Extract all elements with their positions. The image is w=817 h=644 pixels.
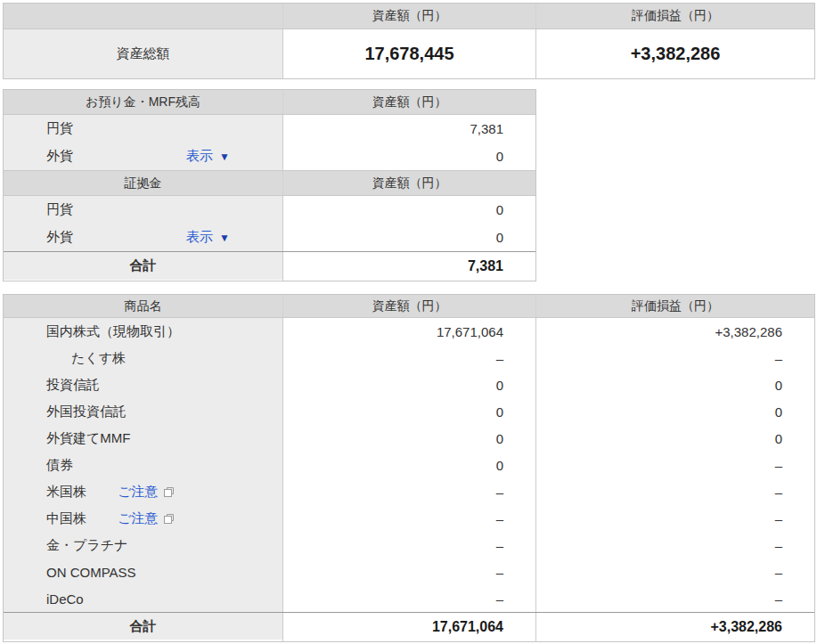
pl-value-cell: –	[535, 452, 814, 478]
product-name-cell: iDeCo	[4, 585, 282, 612]
assets-value-cell: 0	[282, 452, 535, 478]
product-name-cell: たくす株	[4, 345, 282, 371]
total-pl-value: +3,382,286	[535, 29, 814, 78]
assets-value-cell: 17,671,064	[282, 318, 535, 345]
assets-value-cell: –	[282, 532, 535, 558]
product-name-cell: 中国株 ご注意	[4, 505, 282, 532]
show-link-label: 表示	[186, 148, 213, 165]
pl-column-header: 評価損益（円）	[535, 295, 814, 317]
row-label: 米国株	[46, 484, 86, 501]
chevron-down-icon: ▼	[219, 151, 230, 163]
pl-value-cell: –	[535, 558, 814, 585]
products-total-assets: 17,671,064	[282, 613, 535, 641]
table-row: 金・プラチナ – –	[4, 532, 814, 558]
table-row: 債券 0 –	[4, 452, 814, 478]
assets-column-header: 資産額（円）	[282, 90, 535, 114]
assets-value-cell: –	[282, 478, 535, 505]
cash-total-value: 7,381	[282, 252, 535, 281]
show-foreign-deposit-link[interactable]: 表示 ▼	[186, 148, 230, 165]
pl-value-cell: –	[535, 478, 814, 505]
pl-column-header: 評価損益（円）	[535, 4, 814, 29]
deposit-foreign-value: 0	[282, 143, 535, 170]
table-row: 円貨 0	[4, 196, 535, 224]
pl-value-cell: –	[535, 345, 814, 371]
total-assets-row: 資産総額 17,678,445 +3,382,286	[4, 29, 814, 78]
cash-balance-table: お預り金・MRF残高 資産額（円） 円貨 7,381 外貨 表示 ▼ 0 証拠金…	[3, 89, 536, 281]
assets-value-cell: 0	[282, 398, 535, 425]
table-row: 外貨 表示 ▼ 0	[4, 143, 535, 170]
row-label: 外貨	[46, 148, 73, 165]
row-label: 外貨	[46, 229, 73, 246]
china-stock-notice-link[interactable]: ご注意	[118, 510, 175, 527]
assets-column-header: 資産額（円）	[282, 4, 535, 29]
table-row: 外貨建てMMF 0 0	[4, 425, 814, 452]
assets-value-cell: –	[282, 505, 535, 532]
assets-value-cell: –	[282, 558, 535, 585]
new-window-icon	[163, 513, 175, 525]
new-window-icon	[163, 486, 175, 498]
assets-column-header: 資産額（円）	[282, 171, 535, 195]
assets-column-header: 資産額（円）	[282, 295, 535, 317]
notice-link-label: ご注意	[118, 484, 158, 501]
product-name-cell: 国内株式（現物取引）	[4, 318, 282, 345]
product-name-column-header: 商品名	[4, 295, 282, 317]
product-name-cell: 投資信託	[4, 371, 282, 398]
chevron-down-icon: ▼	[219, 232, 230, 244]
table-row: たくす株 – –	[4, 345, 814, 371]
table-row: iDeCo – –	[4, 585, 814, 612]
show-foreign-margin-link[interactable]: 表示 ▼	[186, 229, 230, 246]
deposit-header-row: お預り金・MRF残高 資産額（円）	[4, 90, 535, 115]
cash-total-label: 合計	[4, 252, 282, 280]
margin-header-row: 証拠金 資産額（円）	[4, 170, 535, 196]
products-header-row: 商品名 資産額（円） 評価損益（円）	[4, 295, 814, 318]
assets-value-cell: 0	[282, 371, 535, 398]
assets-value-cell: –	[282, 585, 535, 612]
notice-link-label: ご注意	[118, 510, 158, 527]
margin-jpy-value: 0	[282, 196, 535, 224]
assets-value-cell: 0	[282, 425, 535, 452]
table-row: 米国株 ご注意 – –	[4, 478, 814, 505]
deposit-section-header: お預り金・MRF残高	[4, 90, 282, 114]
table-row: 投資信託 0 0	[4, 371, 814, 398]
deposit-jpy-value: 7,381	[282, 115, 535, 143]
product-name-cell: 米国株 ご注意	[4, 478, 282, 505]
table-row: 外貨 表示 ▼ 0	[4, 224, 535, 251]
pl-value-cell: 0	[535, 371, 814, 398]
pl-value-cell: 0	[535, 398, 814, 425]
margin-foreign-value: 0	[282, 224, 535, 251]
product-name-cell: 外国投資信託	[4, 398, 282, 425]
table-row: 円貨 7,381	[4, 115, 535, 143]
table-row: 国内株式（現物取引） 17,671,064 +3,382,286	[4, 318, 814, 345]
table-row: 中国株 ご注意 – –	[4, 505, 814, 532]
products-total-label: 合計	[4, 613, 282, 640]
pl-value-cell: 0	[535, 425, 814, 452]
products-total-pl: +3,382,286	[535, 613, 814, 641]
total-assets-table: 資産額（円） 評価損益（円） 資産総額 17,678,445 +3,382,28…	[3, 3, 815, 79]
table-row: 外国投資信託 0 0	[4, 398, 814, 425]
row-label: 中国株	[46, 510, 86, 527]
margin-jpy-label: 円貨	[4, 196, 282, 224]
margin-section-header: 証拠金	[4, 171, 282, 195]
products-table: 商品名 資産額（円） 評価損益（円） 国内株式（現物取引） 17,671,064…	[3, 294, 815, 642]
deposit-jpy-label: 円貨	[4, 115, 282, 143]
total-assets-header-row: 資産額（円） 評価損益（円）	[4, 4, 814, 29]
cash-total-row: 合計 7,381	[4, 251, 535, 281]
pl-value-cell: –	[535, 585, 814, 612]
empty-header-cell	[4, 4, 282, 29]
pl-value-cell: –	[535, 532, 814, 558]
margin-foreign-label: 外貨 表示 ▼	[4, 224, 282, 251]
pl-value-cell: +3,382,286	[535, 318, 814, 345]
product-name-cell: 金・プラチナ	[4, 532, 282, 558]
product-name-cell: ON COMPASS	[4, 558, 282, 585]
assets-value-cell: –	[282, 345, 535, 371]
table-row: ON COMPASS – –	[4, 558, 814, 585]
deposit-foreign-label: 外貨 表示 ▼	[4, 143, 282, 170]
product-name-cell: 債券	[4, 452, 282, 478]
pl-value-cell: –	[535, 505, 814, 532]
us-stock-notice-link[interactable]: ご注意	[118, 484, 175, 501]
show-link-label: 表示	[186, 229, 213, 246]
product-name-cell: 外貨建てMMF	[4, 425, 282, 452]
total-assets-label: 資産総額	[4, 29, 282, 78]
products-total-row: 合計 17,671,064 +3,382,286	[4, 612, 814, 641]
total-assets-value: 17,678,445	[282, 29, 535, 78]
